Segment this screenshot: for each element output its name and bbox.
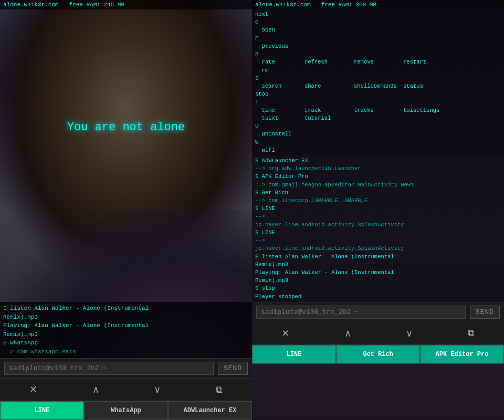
left-line-3: Playing: Alan Walker - Alone (Instrument…	[3, 321, 249, 330]
menu-s-row: search share shellcommands status	[255, 82, 501, 90]
menu-tuixt[interactable]: tuixt	[255, 114, 302, 122]
left-line-1: $ listen Alan Walker - Alone (Instrument…	[3, 304, 249, 313]
left-input-field[interactable]	[4, 362, 214, 375]
rt-line-9: jp.naver.line.android.activity.SplashAct…	[255, 221, 501, 229]
menu-wifi[interactable]: wifi	[255, 146, 501, 154]
menu-r-row: rate refresh remove restart	[255, 58, 501, 66]
right-ram: free RAM: 300 MB	[321, 2, 376, 8]
left-terminal-bottom: $ listen Alan Walker - Alone (Instrument…	[0, 302, 252, 358]
right-tab-line[interactable]: LINE	[252, 345, 336, 364]
right-status-bar: alone.w41k3r.com free RAM: 300 MB	[252, 0, 504, 9]
menu-remove[interactable]: remove	[354, 58, 401, 66]
rt-line-4: --> com.gmail.heagoo.apkeditor.MainActiv…	[255, 181, 501, 189]
left-send-button[interactable]: SEND	[218, 362, 248, 375]
menu-restart[interactable]: restart	[403, 58, 450, 66]
menu-previous[interactable]: previous	[255, 43, 501, 50]
left-panel: alone.w41k3r.com free RAM: 245 MB You ar…	[0, 0, 252, 420]
left-status-bar: alone.w41k3r.com free RAM: 245 MB	[0, 0, 252, 9]
rt-line-12: jp.naver.line.android.activity.SplashAct…	[255, 245, 501, 253]
rt-line-14: Remix).mp3	[255, 261, 501, 269]
left-site: alone.w41k3r.com	[3, 2, 59, 8]
left-main-area: You are not alone	[0, 9, 252, 302]
right-send-button[interactable]: SEND	[470, 306, 500, 319]
left-line-2: Remix).mp3	[3, 313, 249, 322]
big-text: You are not alone	[0, 121, 252, 134]
rt-line-15: Playing: Alan Walker - Alone (Instrument…	[255, 269, 501, 277]
right-tab-apkeditor[interactable]: APK Editor Pro	[420, 345, 504, 364]
right-terminal-output: $ ADWLauncher EX --> org.adw.launcherlib…	[252, 155, 504, 302]
right-input-field[interactable]	[256, 306, 466, 319]
left-down-button[interactable]: ∨	[150, 382, 165, 397]
menu-refresh[interactable]: refresh	[304, 58, 352, 66]
rt-line-3: $ APK Editor Pro	[255, 173, 501, 181]
left-control-bar: ✕ ∧ ∨ ⧉	[0, 378, 252, 401]
left-tab-adwlauncher[interactable]: ADWLauncher EX	[168, 401, 252, 420]
menu-search[interactable]: search	[255, 82, 302, 90]
menu-tuisettings[interactable]: tuisettings	[403, 107, 450, 114]
left-tab-line[interactable]: LINE	[0, 401, 84, 420]
rt-line-5: $ Get Rich	[255, 189, 501, 197]
left-line-6: --> com.whatsapp.Main	[3, 348, 249, 356]
menu-share[interactable]: share	[304, 82, 352, 90]
menu-tutorial[interactable]: tutorial	[304, 114, 352, 122]
right-app-tabs: LINE Get Rich APK Editor Pro	[252, 344, 504, 364]
right-input-bar: SEND	[252, 302, 504, 322]
rt-line-18: Player stopped	[255, 293, 501, 301]
menu-rm[interactable]: rm	[255, 67, 501, 75]
left-app-tabs: LINE WhatsApp ADWLauncher EX	[0, 401, 252, 420]
rt-line-10: $ LINE	[255, 229, 501, 237]
menu-S-section: S	[255, 75, 501, 82]
rt-line-16: Remix).mp3	[255, 277, 501, 285]
right-clipboard-button[interactable]: ⧉	[464, 326, 479, 341]
rt-line-11: -->	[255, 237, 501, 245]
menu-shellcommands[interactable]: shellcommands	[354, 82, 401, 90]
right-close-button[interactable]: ✕	[277, 326, 293, 341]
menu-T-section: T	[255, 98, 501, 106]
rt-line-7: $ LINE	[255, 205, 501, 213]
right-tab-getrich[interactable]: Get Rich	[336, 345, 420, 364]
menu-next[interactable]: next	[255, 10, 501, 18]
menu-U-section: U	[255, 122, 501, 130]
menu-status[interactable]: status	[403, 82, 450, 90]
right-down-button[interactable]: ∨	[402, 326, 417, 341]
rt-line-8: -->	[255, 213, 501, 220]
menu-P-section: P	[255, 35, 501, 43]
menu-rate[interactable]: rate	[255, 58, 302, 66]
menu-time[interactable]: time	[255, 107, 302, 114]
menu-t-row: time track tracks tuisettings	[255, 107, 501, 114]
left-up-button[interactable]: ∧	[88, 382, 103, 397]
rt-line-13: $ listen Alan Walker - Alone (Instrument…	[255, 253, 501, 261]
menu-O-section: O	[255, 18, 501, 26]
menu-tracks[interactable]: tracks	[354, 107, 401, 114]
right-site: alone.w41k3r.com	[255, 2, 311, 8]
menu-uninstall[interactable]: uninstall	[255, 130, 501, 138]
left-line-5: $ WhatsApp	[3, 339, 249, 348]
left-ram: free RAM: 245 MB	[69, 2, 124, 8]
right-up-button[interactable]: ∧	[340, 326, 355, 341]
rt-line-17: $ stop	[255, 285, 501, 292]
menu-W-section: W	[255, 139, 501, 146]
menu-t2-row: tuixt tutorial	[255, 114, 501, 122]
left-terminal-area: alone.w41k3r.com free RAM: 245 MB You ar…	[0, 0, 252, 420]
left-close-button[interactable]: ✕	[25, 382, 41, 397]
menu-stop[interactable]: stop	[255, 90, 501, 98]
rt-line-6: --> com.linecorp.LGMARBLE.LGMARBLE	[255, 197, 501, 205]
right-control-bar: ✕ ∧ ∨ ⧉	[252, 322, 504, 344]
right-terminal-area: alone.w41k3r.com free RAM: 300 MB next O…	[252, 0, 504, 420]
menu-track[interactable]: track	[304, 107, 352, 114]
left-input-bar: SEND	[0, 358, 252, 378]
left-line-4: Remix).mp3	[3, 330, 249, 339]
left-clipboard-button[interactable]: ⧉	[212, 382, 227, 397]
menu-open[interactable]: open	[255, 26, 501, 34]
rt-line-1: $ ADWLauncher EX	[255, 157, 501, 165]
right-menu-area: next O open P previous R rate refresh re…	[252, 9, 504, 155]
rt-line-2: --> org.adw.launcherlib.Launcher	[255, 165, 501, 173]
left-tab-whatsapp[interactable]: WhatsApp	[84, 401, 168, 420]
menu-R-section: R	[255, 50, 501, 58]
right-panel: alone.w41k3r.com free RAM: 300 MB next O…	[252, 0, 504, 420]
